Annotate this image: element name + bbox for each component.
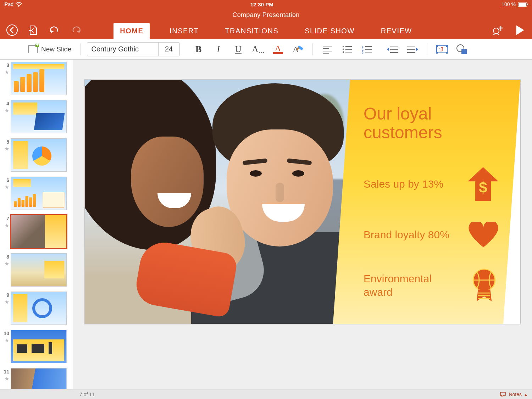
- star-icon: ★: [1, 184, 9, 190]
- play-button[interactable]: [514, 24, 526, 37]
- globe-ribbon-icon: [470, 268, 498, 303]
- tab-insert[interactable]: INSERT: [163, 23, 205, 39]
- svg-point-8: [342, 45, 344, 47]
- device-label: iPad: [4, 1, 13, 7]
- thumb-number: 6: [1, 177, 9, 183]
- svg-rect-3: [527, 4, 528, 5]
- font-more-button[interactable]: A•••: [250, 42, 266, 56]
- thumb-number: 10: [1, 330, 9, 336]
- thumb-10[interactable]: [11, 330, 67, 363]
- svg-rect-18: [446, 52, 448, 54]
- separator: [80, 43, 81, 55]
- thumb-7[interactable]: [11, 215, 67, 248]
- current-slide[interactable]: Our loyal customers Sales up by 13% $ Br…: [84, 79, 521, 324]
- slide-title: Our loyal customers: [364, 105, 498, 142]
- chevron-up-icon: ▴: [525, 392, 527, 397]
- slide-counter: 7 of 11: [79, 392, 95, 397]
- slide-photo: [85, 80, 365, 324]
- font-name[interactable]: Century Gothic: [87, 45, 158, 53]
- star-icon: ★: [1, 375, 9, 382]
- stat-sales: Sales up by 13% $: [364, 167, 498, 201]
- notes-label: Notes: [509, 392, 522, 397]
- tab-home[interactable]: HOME: [113, 23, 150, 39]
- thumb-number: 11: [1, 368, 9, 375]
- slide-panel: Our loyal customers Sales up by 13% $ Br…: [333, 80, 520, 324]
- svg-point-0: [18, 6, 20, 6]
- status-time: 12:30 PM: [22, 1, 501, 7]
- shapes-button[interactable]: [454, 42, 470, 56]
- slide-thumbnails[interactable]: 3★ 4★ 5★ 6★ 7★ 8★ 9★ 10★ 11★: [0, 60, 73, 389]
- font-picker[interactable]: Century Gothic 24: [87, 42, 180, 56]
- thumb-4[interactable]: [11, 100, 67, 133]
- svg-point-5: [493, 28, 499, 34]
- svg-rect-21: [461, 49, 467, 54]
- star-icon: ★: [1, 107, 9, 114]
- ribbon-row: HOME INSERT TRANSITIONS SLIDE SHOW REVIE…: [0, 21, 532, 39]
- new-slide-label: New Slide: [41, 45, 72, 53]
- indent-button[interactable]: [404, 42, 421, 56]
- underline-button[interactable]: U: [230, 42, 246, 56]
- font-size[interactable]: 24: [158, 43, 179, 56]
- new-slide-button[interactable]: New Slide: [26, 43, 74, 55]
- star-icon: ★: [1, 299, 9, 305]
- battery-icon: [518, 2, 528, 7]
- numbering-button[interactable]: 123: [359, 42, 375, 56]
- file-button[interactable]: [27, 24, 40, 37]
- svg-rect-15: [436, 45, 438, 47]
- thumb-11[interactable]: [11, 368, 67, 389]
- svg-rect-16: [446, 45, 448, 47]
- bold-button[interactable]: B: [190, 42, 207, 56]
- thumb-3[interactable]: [11, 62, 67, 95]
- text-effects-button[interactable]: A: [290, 42, 306, 56]
- status-bar: iPad 12:30 PM 100 %: [0, 0, 532, 9]
- star-icon: ★: [1, 69, 9, 76]
- align-button[interactable]: [319, 42, 336, 56]
- textbox-button[interactable]: T: [434, 42, 450, 56]
- undo-button[interactable]: [48, 24, 61, 37]
- tab-review[interactable]: REVIEW: [375, 23, 419, 39]
- italic-button[interactable]: I: [210, 42, 227, 56]
- new-slide-icon: [28, 45, 38, 53]
- redo-button[interactable]: [70, 24, 82, 37]
- thumb-6[interactable]: [11, 177, 67, 210]
- svg-point-9: [342, 48, 344, 50]
- thumb-number: 7: [1, 215, 9, 221]
- svg-text:$: $: [479, 179, 487, 195]
- slide-canvas[interactable]: Our loyal customers Sales up by 13% $ Br…: [73, 60, 532, 389]
- star-icon: ★: [1, 260, 9, 267]
- separator: [427, 43, 427, 55]
- notes-icon: [500, 392, 506, 397]
- svg-rect-17: [436, 52, 438, 54]
- thumb-number: 3: [1, 62, 9, 68]
- heart-icon: [469, 222, 498, 248]
- star-icon: ★: [1, 145, 9, 152]
- stat-text: Environmental award: [364, 272, 452, 299]
- tab-transitions[interactable]: TRANSITIONS: [218, 23, 285, 39]
- back-button[interactable]: [6, 24, 18, 37]
- thumb-8[interactable]: [11, 253, 67, 287]
- stat-text: Sales up by 13%: [364, 177, 443, 191]
- thumb-5[interactable]: [11, 138, 67, 172]
- dollar-arrow-up-icon: $: [468, 167, 498, 201]
- svg-point-10: [342, 51, 344, 52]
- document-title: Company Presentation: [0, 9, 532, 21]
- font-color-button[interactable]: A: [270, 42, 286, 56]
- thumb-number: 8: [1, 253, 9, 260]
- stat-loyalty: Brand loyalty 80%: [364, 222, 498, 248]
- svg-point-4: [7, 25, 17, 35]
- stat-award: Environmental award: [364, 268, 498, 303]
- stat-text: Brand loyalty 80%: [364, 228, 449, 242]
- home-toolbar: New Slide Century Gothic 24 B I U A••• A…: [0, 39, 532, 60]
- battery-percent: 100 %: [501, 1, 516, 7]
- thumb-9[interactable]: [11, 292, 67, 325]
- status-footer: 7 of 11 Notes ▴: [0, 389, 532, 399]
- star-icon: ★: [1, 222, 9, 229]
- tab-slideshow[interactable]: SLIDE SHOW: [298, 23, 361, 39]
- star-icon: ★: [1, 337, 9, 344]
- thumb-number: 4: [1, 100, 9, 106]
- outdent-button[interactable]: [384, 42, 401, 56]
- share-button[interactable]: [491, 24, 504, 37]
- notes-toggle[interactable]: Notes ▴: [500, 392, 527, 397]
- thumb-number: 5: [1, 138, 9, 145]
- bullets-button[interactable]: [339, 42, 355, 56]
